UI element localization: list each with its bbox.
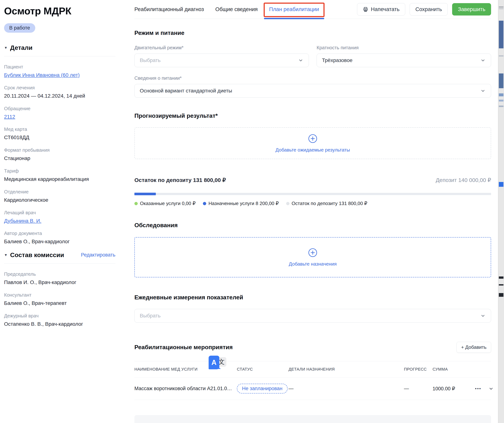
minimap-mark xyxy=(499,55,504,56)
gray-dot-icon xyxy=(286,202,289,205)
legend-item-assigned: Назначенные услуги 8 200,00 ₽ xyxy=(203,201,279,206)
tab-rehab-plan[interactable]: План реабилитации xyxy=(264,0,324,19)
printer-icon xyxy=(363,7,368,12)
divider xyxy=(4,56,115,56)
main-content: Реабилитационный диагноз Общие сведения … xyxy=(134,0,491,423)
field-consultant: Консультант Балиев О., Врач-терапевт xyxy=(4,292,115,307)
motor-regimen-select[interactable]: Выбрать xyxy=(134,54,309,67)
minimap-mark xyxy=(499,182,504,187)
tab-general-info[interactable]: Общие сведения xyxy=(215,0,258,19)
status-badge: В работе xyxy=(4,23,35,33)
field-tariff: Тариф Медицинская кардиореабилитация xyxy=(4,168,115,183)
chevron-down-icon xyxy=(298,58,304,63)
chevron-down-icon xyxy=(480,88,486,94)
field-label: Пациент xyxy=(4,64,115,70)
deposit-heading: Остаток по депозиту 131 800,00 ₽ xyxy=(134,177,226,183)
commission-section-header[interactable]: ▼ Состав комиссии Редактировать xyxy=(4,251,115,259)
field-treatment-period: Срок лечения 20.11.2024 — 04.12.2024, 14… xyxy=(4,85,115,100)
notice-text: Норма 20 мин мероприятий в сутки xyxy=(244,422,343,423)
chevron-down-icon xyxy=(480,58,486,63)
row-expand-chevron-icon[interactable] xyxy=(488,386,494,391)
commission-section-title: Состав комиссии xyxy=(10,251,81,259)
collapse-triangle-icon: ▼ xyxy=(4,253,8,257)
doctor-link[interactable]: Дубынина В. И. xyxy=(4,218,41,224)
field-doctor: Лечащий врач Дубынина В. И. xyxy=(4,210,115,224)
diet-label: Сведения о питании* xyxy=(134,75,491,81)
minimap-mark xyxy=(499,7,504,7)
field-value: 20.11.2024 — 04.12.2024, 14 дней xyxy=(4,92,115,100)
field-label: Мед карта xyxy=(4,126,115,132)
deposit-total: Депозит 140 000,00 ₽ xyxy=(436,177,491,183)
minimap-mark xyxy=(499,100,504,101)
save-button[interactable]: Сохранить xyxy=(410,3,448,16)
active-tab-underline xyxy=(264,18,324,19)
add-activity-button[interactable]: + Добавить xyxy=(456,342,491,353)
activities-heading: Реабилитационные мероприятия xyxy=(134,344,233,351)
collapse-triangle-icon: ▼ xyxy=(4,46,8,50)
forecast-empty-box[interactable]: Добавьте ожидаемые результаты xyxy=(134,127,491,159)
print-button[interactable]: Напечатать xyxy=(357,3,405,16)
diet-value: Основной вариант стандартной диеты xyxy=(140,88,480,94)
field-value: СТ6018ДД xyxy=(4,134,115,141)
forecast-add-link[interactable]: Добавьте ожидаемые результаты xyxy=(276,147,350,153)
progress-cell: — xyxy=(404,379,432,398)
field-value: Балиев О., Врач-терапевт xyxy=(4,300,115,307)
sidebar: Осмотр МДРК В работе ▼ Детали Пациент Бу… xyxy=(4,0,115,334)
field-label: Тариф xyxy=(4,168,115,174)
plus-icon[interactable] xyxy=(308,248,318,257)
field-value: Медицинская кардиореабилитация xyxy=(4,176,115,183)
details-section-header[interactable]: ▼ Детали xyxy=(4,44,115,51)
field-duty-doctor: Дежурный врач Остапенко В. В., Врач-кард… xyxy=(4,313,115,328)
page-scrollbar-minimap[interactable] xyxy=(498,0,504,423)
meals-value: Трёхразовое xyxy=(322,57,480,63)
table-row[interactable]: Массаж воротниковой области А21.01.0… Не… xyxy=(134,377,491,400)
examinations-empty-box[interactable]: Добавьте назначения xyxy=(134,237,491,277)
daily-measurements-heading: Ежедневные измерения показателей xyxy=(134,294,491,301)
tab-rehab-diagnosis[interactable]: Реабилитационный диагноз xyxy=(134,0,204,19)
service-name-cell: Массаж воротниковой области А21.01.0… xyxy=(134,379,237,398)
minimap-mark xyxy=(499,21,504,48)
notice-highlight: не выполнена xyxy=(343,422,382,423)
motor-regimen-field: Двигательный режим* Выбрать xyxy=(134,45,309,67)
status-pill[interactable]: Не запланирован xyxy=(237,384,288,393)
field-label: Обращение xyxy=(4,106,115,112)
field-value: Остапенко В. В., Врач-кардиолог xyxy=(4,321,115,328)
field-label: Дежурный врач xyxy=(4,313,115,319)
minimap-mark xyxy=(499,106,504,107)
field-label: Формат пребывания xyxy=(4,147,115,153)
deposit-progress-fill xyxy=(134,193,156,195)
details-fields: Пациент Бублик Инна Ивановна (60 лет) Ср… xyxy=(4,64,115,245)
field-label: Отделение xyxy=(4,189,115,195)
field-stay-format: Формат пребывания Стационар xyxy=(4,147,115,162)
row-menu-icon[interactable]: ••• xyxy=(475,386,481,391)
forecast-heading: Прогнозируемый результат* xyxy=(134,112,491,119)
minimap-mark xyxy=(499,93,504,96)
diet-field: Сведения о питании* Основной вариант ста… xyxy=(134,75,491,98)
legend-item-remainder: Остаток по депозиту 131 800,00 ₽ xyxy=(286,201,367,206)
daily-measurements-select[interactable]: Выбрать xyxy=(134,309,491,323)
sum-cell: 1000.00 ₽ xyxy=(432,379,475,398)
field-chairman: Председатель Павлов И. О., Врач-кардиоло… xyxy=(4,271,115,286)
diet-select[interactable]: Основной вариант стандартной диеты xyxy=(134,84,491,98)
minimap-mark xyxy=(499,284,504,286)
meals-select[interactable]: Трёхразовое xyxy=(317,54,491,67)
meals-field: Кратность питания Трёхразовое xyxy=(317,45,491,67)
page-title: Осмотр МДРК xyxy=(4,5,115,17)
minimap-mark xyxy=(499,276,504,279)
plus-icon[interactable] xyxy=(308,134,318,143)
examinations-heading: Обследования xyxy=(134,222,491,229)
field-label: Автор документа xyxy=(4,231,115,236)
field-label: Консультант xyxy=(4,292,115,298)
patient-link[interactable]: Бублик Инна Ивановна (60 лет) xyxy=(4,72,80,78)
edit-commission-link[interactable]: Редактировать xyxy=(81,252,115,258)
field-label: Председатель xyxy=(4,271,115,277)
toolbar: Напечатать Сохранить Завершить xyxy=(357,3,491,16)
finish-button[interactable]: Завершить xyxy=(452,3,491,16)
legend-item-provided: Оказанные услуги 0,00 ₽ xyxy=(134,201,196,206)
case-link[interactable]: 2112 xyxy=(4,114,15,119)
field-case: Обращение 2112 xyxy=(4,106,115,120)
translate-a-icon: A xyxy=(209,356,219,369)
examinations-add-link[interactable]: Добавьте назначения xyxy=(289,261,336,267)
meals-label: Кратность питания xyxy=(317,45,491,51)
translate-popup[interactable]: 文 A xyxy=(209,356,229,373)
